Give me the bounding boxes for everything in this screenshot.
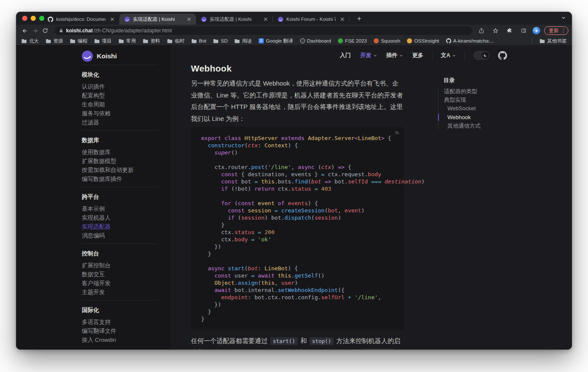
inline-code: start()	[270, 337, 298, 345]
sidebar-section-title: 控制台	[82, 250, 158, 261]
bookmark-item[interactable]: Bot	[191, 38, 206, 43]
bookmark-item[interactable]: A-kirami/matcha:...	[446, 38, 494, 43]
bookmark-item[interactable]: 项目	[94, 38, 112, 44]
sidebar-item[interactable]: 客户端开发	[82, 279, 158, 288]
tab-close-icon[interactable]: ✕	[109, 16, 116, 23]
code-block: ts export class HttpServer extends Adapt…	[191, 127, 404, 330]
minimize-window-button[interactable]	[31, 16, 36, 21]
sidebar-item[interactable]: 服务与依赖	[82, 109, 158, 118]
bookmark-label: Bot	[199, 38, 206, 43]
bookmark-item[interactable]: 编程	[70, 38, 87, 44]
toc-item[interactable]: 适配器的类型	[438, 87, 517, 95]
sidebar-item[interactable]: 过滤器	[82, 118, 158, 127]
github-link-icon[interactable]	[498, 51, 507, 60]
bookmark-item[interactable]: 常用	[118, 38, 136, 44]
sidebar-item[interactable]: 接入 Crowdin	[82, 335, 158, 344]
bookmark-star-icon[interactable]	[490, 26, 501, 36]
update-label: 更新	[549, 28, 559, 34]
koishi-favicon-icon	[124, 17, 130, 22]
folder-icon	[167, 39, 173, 43]
sidebar-section: 控制台扩展控制台数据交互客户端开发主题开发	[82, 243, 158, 300]
site-logo[interactable]: Koishi	[82, 51, 117, 62]
sidebar-item[interactable]: 生命周期	[82, 100, 158, 109]
bookmark-item[interactable]: OSSInsight	[407, 38, 439, 43]
theme-toggle[interactable]	[473, 51, 490, 60]
sidebar-item[interactable]: 使用数据库	[82, 148, 158, 157]
sidebar-item[interactable]: 扩展控制台	[82, 261, 158, 270]
bookmark-item[interactable]: 临时	[167, 38, 184, 44]
bookmark-item[interactable]: FSE 2023	[338, 38, 367, 43]
sidebar-section-title: 模块化	[82, 71, 158, 82]
bookmark-label: 资料	[150, 38, 160, 44]
share-icon[interactable]	[476, 26, 487, 36]
browser-tab[interactable]: 实现适配器 | Koishi✕	[196, 14, 273, 25]
bookmark-label: 项目	[102, 38, 112, 44]
nav-link[interactable]: 更多	[412, 52, 424, 59]
bookmark-item[interactable]: 资料	[143, 38, 160, 44]
language-menu[interactable]: 文A	[441, 52, 456, 59]
bookmark-item[interactable]: 资源	[46, 38, 63, 44]
tab-close-icon[interactable]: ✕	[262, 16, 269, 23]
profile-avatar[interactable]	[533, 27, 540, 34]
sidebar-item[interactable]: 实现适配器	[82, 222, 158, 231]
sidebar-item[interactable]: 消息编码	[82, 231, 158, 240]
bookmark-item[interactable]: SD	[213, 38, 228, 43]
bookmark-item[interactable]: 文Google 翻译	[259, 38, 293, 44]
back-button[interactable]	[20, 26, 30, 36]
tab-search-chevron-icon[interactable]	[561, 15, 566, 20]
folder-icon	[94, 39, 100, 43]
bookmark-list: 北大资源编程项目常用资料临时BotSD阅读文Google 翻译Dashboard…	[21, 38, 494, 44]
folder-icon	[118, 39, 124, 43]
bookmark-label: 常用	[126, 38, 136, 44]
address-bar[interactable]: koishi.chat/zh-CN/guide/adapter/adapter.…	[55, 26, 472, 35]
browser-window: koishijs/docs: Documentation f✕实现适配器 | K…	[16, 12, 572, 349]
reload-button[interactable]	[40, 26, 50, 36]
sidebar-section-title: 跨平台	[82, 193, 158, 204]
browser-tab[interactable]: Koishi Forum - Koishi 论坛✕	[273, 14, 349, 25]
code-content[interactable]: export class HttpServer extends Adapter.…	[201, 134, 397, 323]
tab-close-icon[interactable]: ✕	[185, 16, 193, 23]
side-panel-icon[interactable]	[519, 26, 529, 36]
bookmark-label: Dashboard	[307, 38, 331, 43]
tab-close-icon[interactable]: ✕	[339, 16, 346, 23]
bookmark-item[interactable]: Squoosh	[374, 38, 400, 43]
page-heading: Webhook	[191, 63, 404, 74]
sidebar-item[interactable]: 编写翻译文件	[82, 326, 158, 335]
chrome-update-button[interactable]: 更新 ⋮	[544, 26, 568, 35]
sidebar-item[interactable]: 编写数据库插件	[82, 175, 158, 183]
sidebar-item[interactable]: 实现机器人	[82, 213, 158, 222]
traffic-lights	[22, 16, 44, 21]
intro-paragraph: 另一种常见的通信方式是 Webhook，使用这种通信方式的平台有飞书、企业微信、…	[191, 77, 404, 124]
toc-item[interactable]: 其他通信方式	[438, 122, 517, 130]
forward-button[interactable]	[30, 26, 40, 36]
code-language-label: ts	[395, 130, 399, 135]
sidebar-item[interactable]: 配置构型	[82, 91, 158, 100]
bookmark-label: 编程	[78, 38, 87, 44]
sidebar-nav: 模块化认识插件配置构型生命周期服务与依赖过滤器数据库使用数据库扩展数据模型按需加…	[82, 65, 158, 348]
sidebar-item[interactable]: 按需加载和自动更新	[82, 166, 158, 175]
new-tab-button[interactable]: +	[355, 14, 364, 23]
extensions-puzzle-icon[interactable]	[504, 26, 515, 36]
bookmark-label: A-kirami/matcha:...	[453, 38, 494, 43]
sidebar-item[interactable]: 认识插件	[82, 82, 158, 91]
sidebar-item[interactable]: 多语言支持	[82, 318, 158, 326]
menu-dots-icon[interactable]: ⋮	[561, 28, 566, 34]
bookmark-item[interactable]: 北大	[21, 38, 39, 44]
bookmark-item[interactable]: Dashboard	[300, 38, 331, 43]
browser-tab[interactable]: 实现适配器 | Koishi✕	[119, 14, 196, 25]
sidebar-item[interactable]: 基本示例	[82, 204, 158, 213]
close-window-button[interactable]	[22, 16, 27, 21]
folder-icon	[234, 39, 240, 43]
toc-item[interactable]: WebSocket	[438, 104, 517, 113]
toc-title: 目录	[438, 77, 517, 84]
site-title: Koishi	[97, 52, 117, 60]
toc-item[interactable]: Webhook	[438, 113, 517, 121]
sidebar-item[interactable]: 主题开发	[82, 288, 158, 297]
toc-list: 适配器的类型典型实现WebSocketWebhook其他通信方式	[438, 87, 517, 130]
sidebar-item[interactable]: 数据交互	[82, 270, 158, 279]
sidebar-item[interactable]: 扩展数据模型	[82, 157, 158, 166]
bookmark-item[interactable]: 阅读	[234, 38, 252, 44]
other-bookmarks-button[interactable]: 其他书签	[539, 38, 567, 44]
toc-item[interactable]: 典型实现	[438, 95, 517, 104]
browser-tab[interactable]: koishijs/docs: Documentation f✕	[43, 14, 119, 25]
